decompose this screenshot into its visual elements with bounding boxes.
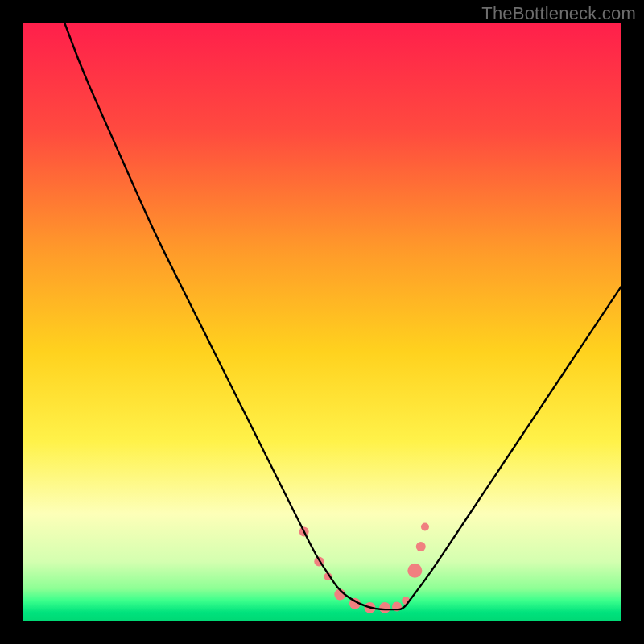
gradient-background	[23, 23, 621, 621]
watermark-text: TheBottleneck.com	[481, 3, 636, 24]
chart-frame: TheBottleneck.com	[0, 0, 644, 644]
marker-dot	[407, 564, 422, 578]
plot-svg	[23, 23, 621, 621]
marker-dot	[379, 602, 390, 613]
marker-dot	[416, 542, 426, 551]
marker-dot	[421, 522, 429, 530]
plot-area	[23, 23, 621, 621]
